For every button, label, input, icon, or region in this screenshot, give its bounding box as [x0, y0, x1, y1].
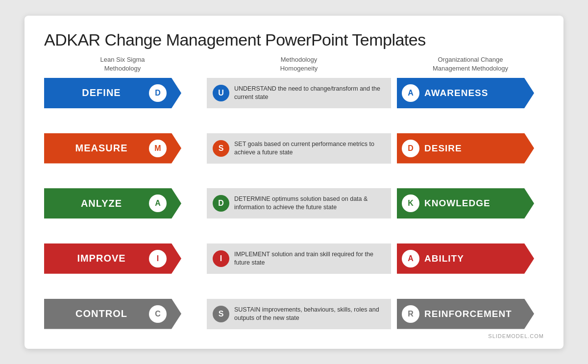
- right-arrow-item: AAWARENESS: [397, 78, 544, 108]
- mid-text: SET goals based on current performance m…: [234, 140, 385, 157]
- right-arrow-label: DESIRE: [424, 143, 462, 154]
- main-content: DEFINEDMEASUREMANLYZEAIMPROVEICONTROLC U…: [44, 78, 544, 329]
- right-arrow-label: KNOWLEDGE: [424, 198, 490, 209]
- right-arrow-item: AABILITY: [397, 243, 544, 274]
- left-arrow-item: MEASUREM: [44, 133, 201, 164]
- arrow-label: MEASURE: [54, 143, 149, 154]
- mid-column: UUNDERSTAND the need to change/transform…: [201, 78, 397, 329]
- arrow-badge: C: [149, 305, 167, 323]
- left-arrow-item: ANLYZEA: [44, 188, 201, 218]
- right-arrow-badge: K: [402, 194, 419, 212]
- arrow-label: IMPROVE: [54, 253, 149, 264]
- right-arrow-item: KKNOWLEDGE: [397, 188, 544, 218]
- right-column: AAWARENESSDDESIREKKNOWLEDGEAABILITYRREIN…: [397, 78, 544, 329]
- right-arrow-badge: R: [402, 305, 419, 323]
- right-arrow-label: REINFORCEMENT: [424, 309, 512, 319]
- left-arrow-item: DEFINED: [44, 78, 201, 108]
- mid-text: UNDERSTAND the need to change/transform …: [234, 85, 385, 101]
- right-arrow-badge: D: [402, 140, 419, 157]
- right-arrow-item: DDESIRE: [397, 133, 544, 164]
- arrow-label: ANLYZE: [54, 198, 149, 209]
- arrow-label: CONTROL: [54, 308, 149, 319]
- footer: SLIDEMODEL.COM: [44, 333, 544, 339]
- mid-text: SUSTAIN improvements, behaviours, skills…: [234, 306, 385, 322]
- mid-text: DETERMINE optimums solution based on dat…: [234, 195, 385, 212]
- col-header-mid: Methodology Homogeneity: [201, 55, 397, 73]
- col-header-right: Organizational Change Management Methodo…: [397, 55, 544, 73]
- mid-text: IMPLEMENT solution and train skill requi…: [234, 250, 385, 267]
- arrow-label: DEFINE: [54, 87, 149, 98]
- right-arrow-label: ABILITY: [424, 253, 464, 264]
- footer-text: SLIDEMODEL.COM: [488, 333, 544, 339]
- mid-item: UUNDERSTAND the need to change/transform…: [207, 78, 391, 108]
- col-header-left: Lean Six Sigma Methodology: [44, 55, 201, 73]
- slide-title: ADKAR Change Management PowerPoint Templ…: [44, 30, 544, 49]
- mid-circle: S: [213, 140, 229, 157]
- right-arrow-badge: A: [402, 84, 419, 102]
- mid-item: DDETERMINE optimums solution based on da…: [207, 188, 391, 218]
- columns-header: Lean Six Sigma Methodology Methodology H…: [44, 55, 544, 73]
- left-column: DEFINEDMEASUREMANLYZEAIMPROVEICONTROLC: [44, 78, 201, 329]
- left-arrow-item: CONTROLC: [44, 299, 201, 329]
- arrow-badge: D: [149, 84, 167, 102]
- right-arrow-badge: A: [402, 250, 419, 267]
- mid-item: SSET goals based on current performance …: [207, 133, 391, 164]
- arrow-badge: M: [149, 140, 167, 157]
- right-arrow-item: RREINFORCEMENT: [397, 299, 544, 329]
- mid-circle: U: [213, 85, 229, 101]
- arrow-badge: I: [149, 250, 167, 267]
- right-arrow-label: AWARENESS: [424, 88, 488, 98]
- slide: ADKAR Change Management PowerPoint Templ…: [24, 16, 564, 349]
- arrow-badge: A: [149, 194, 167, 212]
- mid-circle: S: [213, 306, 229, 322]
- mid-item: SSUSTAIN improvements, behaviours, skill…: [207, 299, 391, 329]
- mid-item: IIMPLEMENT solution and train skill requ…: [207, 243, 391, 274]
- left-arrow-item: IMPROVEI: [44, 243, 201, 274]
- mid-circle: D: [213, 195, 229, 212]
- mid-circle: I: [213, 250, 229, 267]
